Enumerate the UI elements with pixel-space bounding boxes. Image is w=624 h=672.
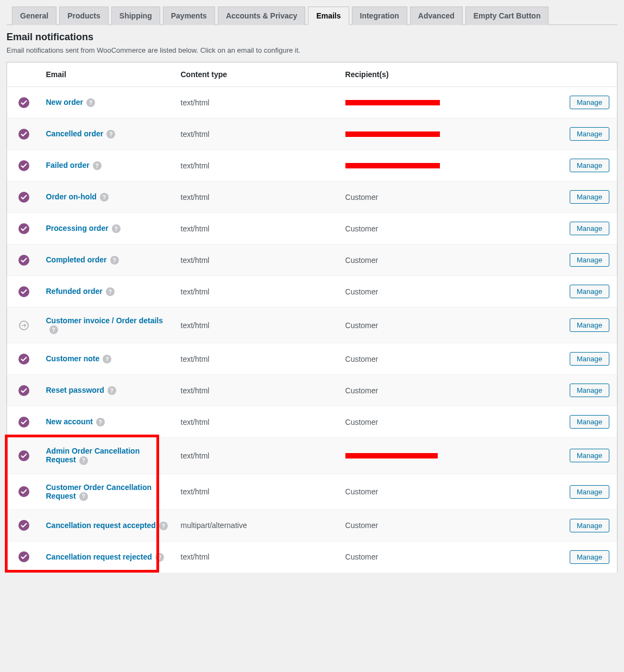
status-enabled-icon [18, 486, 29, 497]
email-link[interactable]: New account [46, 417, 93, 426]
manage-button[interactable]: Manage [570, 127, 609, 141]
tab-accounts-privacy[interactable]: Accounts & Privacy [218, 7, 306, 25]
help-icon[interactable]: ? [96, 418, 105, 426]
redacted-recipient [345, 453, 438, 459]
recipient-cell: Customer [340, 510, 565, 541]
help-icon[interactable]: ? [106, 130, 115, 139]
table-row: New account?text/htmlCustomerManage [7, 406, 617, 438]
email-link[interactable]: Cancellation request accepted [46, 521, 156, 530]
col-status [7, 62, 41, 87]
email-link[interactable]: Reset password [46, 386, 104, 394]
content-type-cell: text/html [175, 213, 340, 244]
email-link[interactable]: Customer Order Cancellation Request [46, 483, 152, 500]
manage-button[interactable]: Manage [570, 550, 609, 564]
recipient-cell: Customer [340, 213, 565, 244]
help-icon[interactable]: ? [112, 224, 121, 233]
section-description: Email notifications sent from WooCommerc… [7, 46, 617, 54]
redacted-recipient [345, 100, 440, 105]
status-enabled-icon [18, 255, 29, 266]
manage-button[interactable]: Manage [570, 352, 609, 366]
help-icon[interactable]: ? [103, 355, 111, 363]
table-row: Admin Order Cancellation Request?text/ht… [7, 438, 617, 474]
manage-button[interactable]: Manage [570, 415, 609, 429]
manage-button[interactable]: Manage [570, 485, 609, 499]
help-icon[interactable]: ? [86, 98, 95, 107]
col-action [564, 62, 617, 87]
table-row: New order?text/htmlManage [7, 87, 617, 118]
manage-button[interactable]: Manage [570, 159, 609, 172]
manage-button[interactable]: Manage [570, 96, 609, 109]
table-row: Completed order?text/htmlCustomerManage [7, 244, 617, 276]
redacted-recipient [345, 163, 440, 168]
help-icon[interactable]: ? [108, 386, 116, 395]
table-row: Cancellation request rejected?text/htmlC… [7, 541, 617, 573]
emails-table: Email Content type Recipient(s) New orde… [7, 62, 617, 573]
email-link[interactable]: Customer invoice / Order details [46, 316, 163, 325]
email-link[interactable]: Completed order [46, 255, 107, 264]
email-link[interactable]: Refunded order [46, 287, 103, 296]
content-type-cell: text/html [175, 87, 340, 118]
table-row: Cancellation request accepted?multipart/… [7, 510, 617, 541]
tab-empty-cart-button[interactable]: Empty Cart Button [465, 7, 549, 25]
content-type-cell: text/html [175, 307, 340, 343]
help-icon[interactable]: ? [79, 492, 88, 501]
table-row: Order on-hold?text/htmlCustomerManage [7, 181, 617, 213]
table-row: Customer invoice / Order details?text/ht… [7, 307, 617, 343]
tab-payments[interactable]: Payments [163, 7, 215, 25]
help-icon[interactable]: ? [100, 193, 109, 202]
manage-button[interactable]: Manage [570, 519, 609, 532]
recipient-cell [340, 87, 565, 118]
content-type-cell: text/html [175, 150, 340, 181]
help-icon[interactable]: ? [106, 287, 115, 296]
manage-button[interactable]: Manage [570, 190, 609, 204]
tab-products[interactable]: Products [59, 7, 109, 25]
manage-button[interactable]: Manage [570, 449, 609, 462]
recipient-cell: Customer [340, 276, 565, 307]
email-link[interactable]: New order [46, 98, 83, 106]
status-enabled-icon [18, 160, 29, 171]
manage-button[interactable]: Manage [570, 222, 609, 235]
tab-advanced[interactable]: Advanced [410, 7, 463, 25]
content-type-cell: text/html [175, 118, 340, 150]
status-enabled-icon [18, 385, 29, 396]
tab-integration[interactable]: Integration [352, 7, 407, 25]
table-row: Cancelled order?text/htmlManage [7, 118, 617, 150]
help-icon[interactable]: ? [155, 553, 164, 562]
help-icon[interactable]: ? [49, 325, 58, 334]
email-link[interactable]: Cancellation request rejected [46, 552, 152, 561]
tab-shipping[interactable]: Shipping [111, 7, 160, 25]
col-email: Email [41, 62, 175, 87]
help-icon[interactable]: ? [159, 522, 168, 530]
table-row: Reset password?text/htmlCustomerManage [7, 375, 617, 406]
email-link[interactable]: Admin Order Cancellation Request [46, 447, 140, 464]
status-enabled-icon [18, 520, 29, 531]
status-enabled-icon [18, 450, 29, 461]
tab-general[interactable]: General [12, 7, 56, 25]
recipient-cell: Customer [340, 474, 565, 510]
manage-button[interactable]: Manage [570, 253, 609, 267]
status-enabled-icon [18, 417, 29, 428]
help-icon[interactable]: ? [93, 161, 102, 170]
email-link[interactable]: Failed order [46, 161, 90, 169]
content-type-cell: text/html [175, 244, 340, 276]
content-type-cell: text/html [175, 276, 340, 307]
help-icon[interactable]: ? [110, 256, 119, 265]
recipient-cell: Customer [340, 181, 565, 213]
recipient-cell [340, 118, 565, 150]
help-icon[interactable]: ? [79, 456, 88, 465]
email-link[interactable]: Customer note [46, 354, 100, 363]
manage-button[interactable]: Manage [570, 285, 609, 298]
manage-button[interactable]: Manage [570, 318, 609, 332]
content-type-cell: text/html [175, 181, 340, 213]
email-link[interactable]: Processing order [46, 224, 109, 233]
content-type-cell: multipart/alternative [175, 510, 340, 541]
email-link[interactable]: Cancelled order [46, 129, 104, 138]
recipient-cell [340, 150, 565, 181]
table-row: Customer Order Cancellation Request?text… [7, 474, 617, 510]
manage-button[interactable]: Manage [570, 384, 609, 397]
tab-emails[interactable]: Emails [308, 7, 349, 25]
settings-tabs: GeneralProductsShippingPaymentsAccounts … [7, 7, 617, 25]
table-row: Processing order?text/htmlCustomerManage [7, 213, 617, 244]
col-content-type: Content type [175, 62, 340, 87]
email-link[interactable]: Order on-hold [46, 192, 97, 201]
